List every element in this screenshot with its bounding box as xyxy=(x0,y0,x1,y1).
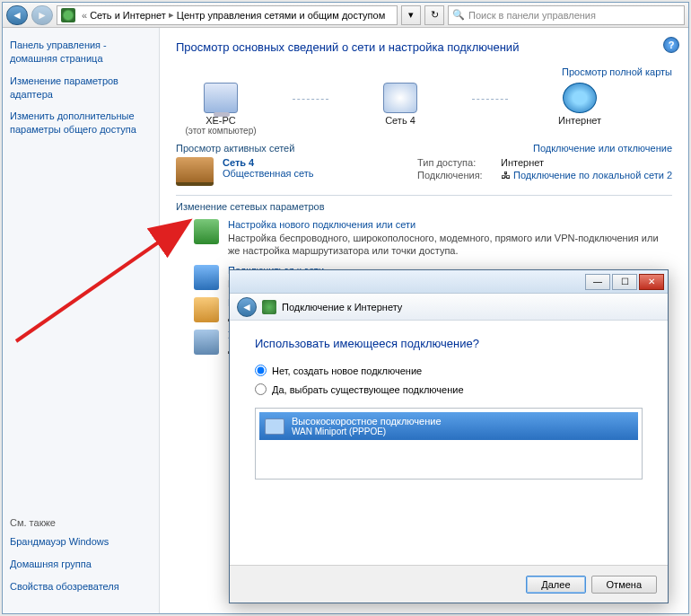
connection-line xyxy=(293,99,328,100)
connections-label: Подключения: xyxy=(417,170,494,180)
sidebar-link-adapter[interactable]: Изменение параметров адаптера xyxy=(10,75,152,101)
dropdown-icon: ▾ xyxy=(408,9,414,21)
chevron-right-icon: ▸ xyxy=(169,9,174,21)
search-placeholder: Поиск в панели управления xyxy=(468,10,596,21)
sidebar-link-browser[interactable]: Свойства обозревателя xyxy=(10,580,152,594)
connect-network-icon xyxy=(194,265,219,290)
network-map: XE-PC (этот компьютер) Сеть 4 Интернет xyxy=(176,83,672,136)
sidebar-link-firewall[interactable]: Брандмауэр Windows xyxy=(10,535,152,549)
help-icon[interactable]: ? xyxy=(663,37,679,53)
sidebar: Панель управления - домашняя страница Из… xyxy=(3,28,160,613)
network-icon xyxy=(383,83,417,113)
nav-back-button[interactable]: ◄ xyxy=(6,5,28,25)
radio-input[interactable] xyxy=(255,383,267,395)
refresh-button[interactable]: ↻ xyxy=(424,5,444,25)
maximize-button[interactable]: ☐ xyxy=(612,274,637,290)
radio-new-connection[interactable]: Нет, создать новое подключение xyxy=(255,365,643,376)
see-also-header: См. также xyxy=(10,517,152,528)
radio-input[interactable] xyxy=(255,365,267,376)
node-label: Сеть 4 xyxy=(355,115,445,126)
radio-existing-connection[interactable]: Да, выбрать существующее подключение xyxy=(255,383,643,395)
minimize-button[interactable]: — xyxy=(585,274,610,290)
task-desc: Настройка беспроводного, широкополосного… xyxy=(228,232,672,258)
breadcrumb-item[interactable]: Сеть и Интернет xyxy=(90,10,166,21)
connection-icon xyxy=(262,300,276,314)
next-button[interactable]: Далее xyxy=(526,576,585,594)
radio-label: Да, выбрать существующее подключение xyxy=(272,384,464,395)
refresh-button[interactable]: ▾ xyxy=(401,5,421,25)
network-name[interactable]: Сеть 4 xyxy=(223,157,314,168)
sidebar-link-sharing[interactable]: Изменить дополнительные параметры общего… xyxy=(10,110,152,136)
cancel-button[interactable]: Отмена xyxy=(591,576,657,594)
breadcrumb[interactable]: « Сеть и Интернет ▸ Центр управления сет… xyxy=(57,5,398,25)
access-type-label: Тип доступа: xyxy=(417,157,494,168)
search-icon: 🔍 xyxy=(452,9,465,21)
homegroup-icon xyxy=(194,297,219,322)
computer-icon xyxy=(204,83,238,113)
view-full-map-link[interactable]: Просмотр полной карты xyxy=(562,66,672,77)
task-new-connection[interactable]: Настройка нового подключения или сети xyxy=(228,219,672,230)
globe-icon xyxy=(563,83,597,113)
network-type-link[interactable]: Общественная сеть xyxy=(223,168,314,179)
connection-link[interactable]: Подключение по локальной сети 2 xyxy=(513,170,672,180)
bench-icon xyxy=(176,157,214,186)
chevron-right-icon: « xyxy=(82,10,87,21)
breadcrumb-item[interactable]: Центр управления сетями и общим доступом xyxy=(177,10,385,21)
search-input[interactable]: 🔍 Поиск в панели управления xyxy=(448,5,685,25)
page-title: Просмотр основных сведений о сети и наст… xyxy=(176,40,672,54)
sidebar-link-home[interactable]: Панель управления - домашняя страница xyxy=(10,39,152,66)
node-sublabel: (этот компьютер) xyxy=(176,126,266,136)
control-panel-icon xyxy=(61,8,75,22)
nav-forward-button[interactable]: ► xyxy=(31,5,53,25)
close-button[interactable]: ✕ xyxy=(639,274,664,290)
connection-subtitle: WAN Miniport (PPPOE) xyxy=(292,427,442,436)
new-connection-icon xyxy=(194,219,219,244)
connection-line xyxy=(472,99,508,100)
modem-icon xyxy=(265,418,284,435)
dialog-question: Использовать имеющееся подключение? xyxy=(255,337,643,350)
node-label: Интернет xyxy=(535,115,625,126)
access-type-value: Интернет xyxy=(501,157,544,168)
connection-list[interactable]: Высокоскоростное подключение WAN Minipor… xyxy=(255,408,643,480)
refresh-icon: ↻ xyxy=(431,9,439,21)
dialog-back-button[interactable]: ◄ xyxy=(237,297,257,317)
connection-item-selected[interactable]: Высокоскоростное подключение WAN Minipor… xyxy=(259,412,638,440)
wizard-dialog: — ☐ ✕ ◄ Подключение к Интернету Использо… xyxy=(229,269,669,603)
radio-label: Нет, создать новое подключение xyxy=(272,365,422,376)
section-header: Просмотр активных сетей xyxy=(176,143,294,154)
connection-name: Высокоскоростное подключение xyxy=(292,416,442,427)
section-header: Изменение сетевых параметров xyxy=(176,195,672,212)
troubleshoot-icon xyxy=(194,330,219,355)
sidebar-link-homegroup[interactable]: Домашняя группа xyxy=(10,558,152,571)
adapter-icon: 🖧 xyxy=(501,170,513,180)
connect-disconnect-link[interactable]: Подключение или отключение xyxy=(533,143,672,154)
dialog-title: Подключение к Интернету xyxy=(282,302,402,312)
